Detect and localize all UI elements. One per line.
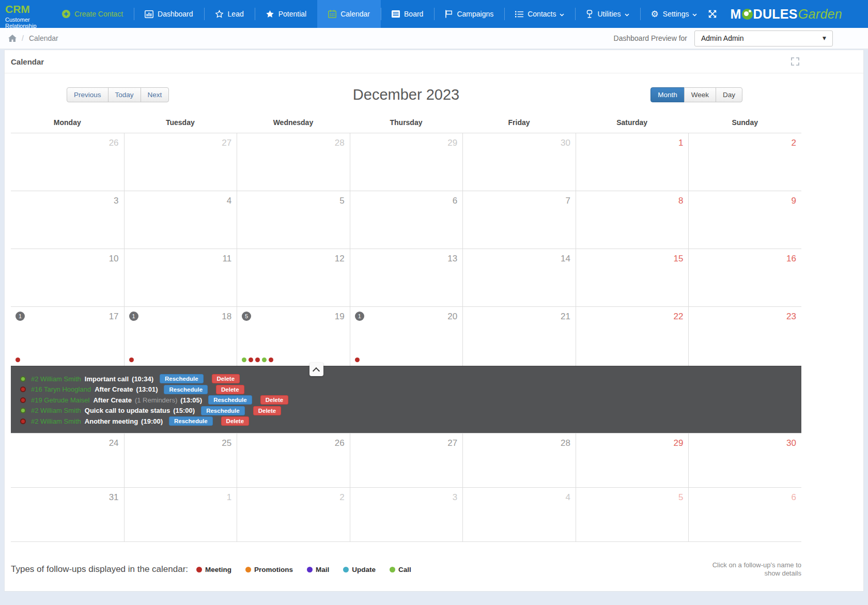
reschedule-button[interactable]: Reschedule [164, 385, 208, 394]
followup-count-badge: 1 [355, 312, 364, 321]
day-cell-30[interactable]: 30 [688, 433, 801, 487]
nav-item-campaigns[interactable]: Campaigns [434, 0, 504, 28]
day-number: 19 [335, 312, 345, 322]
day-cell-23[interactable]: 23 [688, 307, 801, 366]
day-cell-1[interactable]: 1 [576, 133, 689, 191]
dashboard-preview: Dashboard Preview for Admin Admin ▼ [614, 30, 833, 46]
followup-contact-link[interactable]: #2 William Smith [31, 407, 81, 414]
day-cell-19[interactable]: 195 [237, 307, 350, 366]
dashboard-preview-select[interactable]: Admin Admin ▼ [694, 30, 833, 46]
view-button-month[interactable]: Month [650, 87, 685, 102]
nav-item-potential[interactable]: Potential [255, 0, 317, 28]
meeting-dot-icon [196, 567, 202, 572]
day-number: 16 [786, 254, 796, 264]
day-cell-6[interactable]: 6 [350, 191, 463, 249]
collapse-panel-button[interactable] [309, 363, 323, 376]
nav-item-utilities[interactable]: Utilities [575, 0, 640, 28]
day-number: 5 [678, 492, 683, 503]
day-cell-27[interactable]: 27 [350, 433, 463, 487]
followup-contact-link[interactable]: #16 Taryn Hoogland [31, 385, 91, 393]
day-cell-4[interactable]: 4 [462, 488, 576, 541]
nav-item-calendar[interactable]: Calendar [317, 0, 381, 28]
followup-contact-link[interactable]: #2 William Smith [31, 375, 81, 383]
day-cell-27[interactable]: 27 [124, 133, 237, 191]
weekday-header-row: MondayTuesdayWednesdayThursdayFridaySatu… [11, 118, 801, 133]
nav-item-contacts[interactable]: Contacts [504, 0, 575, 28]
delete-button[interactable]: Delete [260, 395, 289, 405]
call-dot-icon [390, 567, 395, 572]
followup-contact-link[interactable]: #2 William Smith [31, 417, 81, 425]
nav-item-create-contact[interactable]: Create Contact [51, 0, 134, 28]
day-cell-4[interactable]: 4 [124, 191, 237, 249]
day-cell-2[interactable]: 2 [237, 488, 350, 541]
day-cell-16[interactable]: 16 [688, 249, 801, 306]
nav-item-label: Utilities [597, 10, 621, 18]
expand-icon[interactable] [791, 57, 799, 66]
day-cell-20[interactable]: 201 [350, 307, 463, 366]
reschedule-button[interactable]: Reschedule [201, 406, 245, 415]
top-navbar: CRM Customer Relationship Manager Create… [0, 0, 868, 28]
legend-item-label: Call [398, 566, 411, 573]
nav-item-settings[interactable]: ⚙Settings [640, 0, 708, 28]
day-cell-30[interactable]: 30 [462, 133, 576, 191]
followup-contact-link[interactable]: #19 Getrude Maisel [31, 396, 89, 404]
day-cell-15[interactable]: 15 [576, 249, 689, 306]
nav-item-label: Dashboard [158, 10, 193, 18]
previous-button[interactable]: Previous [67, 87, 109, 102]
followups-expanded-panel: #2 William SmithImportant call(10:34)Res… [11, 366, 801, 433]
day-cell-5[interactable]: 5 [237, 191, 350, 249]
weekday-header-friday: Friday [462, 118, 576, 127]
day-number: 17 [109, 312, 119, 322]
day-cell-12[interactable]: 12 [237, 249, 350, 306]
day-number: 9 [792, 196, 796, 206]
day-cell-31[interactable]: 31 [11, 488, 124, 541]
day-number: 14 [561, 254, 570, 264]
day-cell-3[interactable]: 3 [350, 488, 463, 541]
today-button[interactable]: Today [108, 87, 141, 102]
followup-count-badge: 1 [129, 312, 138, 321]
next-button[interactable]: Next [141, 87, 169, 102]
day-cell-25[interactable]: 25 [124, 433, 237, 487]
day-cell-21[interactable]: 21 [462, 307, 576, 366]
delete-button[interactable]: Delete [216, 385, 244, 394]
day-cell-7[interactable]: 7 [462, 191, 576, 249]
delete-button[interactable]: Delete [221, 416, 250, 426]
day-cell-29[interactable]: 29 [576, 433, 689, 487]
reschedule-button[interactable]: Reschedule [160, 374, 204, 383]
day-cell-26[interactable]: 26 [11, 133, 124, 191]
day-cell-5[interactable]: 5 [576, 488, 689, 541]
reschedule-button[interactable]: Reschedule [169, 416, 213, 426]
day-cell-24[interactable]: 24 [11, 433, 124, 487]
weekday-header-sunday: Sunday [688, 118, 801, 127]
reschedule-button[interactable]: Reschedule [208, 395, 252, 405]
nav-item-board[interactable]: Board [381, 0, 434, 28]
update-dot-icon [343, 567, 349, 572]
nav-item-dashboard[interactable]: Dashboard [134, 0, 204, 28]
day-cell-3[interactable]: 3 [11, 191, 124, 249]
day-cell-11[interactable]: 11 [124, 249, 237, 306]
view-button-week[interactable]: Week [684, 87, 716, 102]
day-cell-9[interactable]: 9 [688, 191, 801, 249]
day-cell-28[interactable]: 28 [462, 433, 576, 487]
followup-count-badge: 5 [242, 312, 251, 321]
day-cell-1[interactable]: 1 [124, 488, 237, 541]
view-button-group: MonthWeekDay [650, 87, 742, 102]
day-cell-14[interactable]: 14 [462, 249, 576, 306]
day-cell-6[interactable]: 6 [688, 488, 801, 541]
day-cell-26[interactable]: 26 [237, 433, 350, 487]
nav-item-lead[interactable]: Lead [204, 0, 255, 28]
day-cell-29[interactable]: 29 [350, 133, 463, 191]
day-cell-8[interactable]: 8 [576, 191, 689, 249]
home-icon[interactable] [8, 35, 17, 42]
fullscreen-icon[interactable] [708, 9, 717, 19]
day-cell-22[interactable]: 22 [576, 307, 689, 366]
day-cell-13[interactable]: 13 [350, 249, 463, 306]
day-cell-17[interactable]: 171 [11, 307, 124, 366]
day-cell-28[interactable]: 28 [237, 133, 350, 191]
delete-button[interactable]: Delete [212, 374, 240, 383]
day-cell-2[interactable]: 2 [688, 133, 801, 191]
day-cell-10[interactable]: 10 [11, 249, 124, 306]
day-cell-18[interactable]: 181 [124, 307, 237, 366]
delete-button[interactable]: Delete [253, 406, 282, 415]
view-button-day[interactable]: Day [716, 87, 742, 102]
